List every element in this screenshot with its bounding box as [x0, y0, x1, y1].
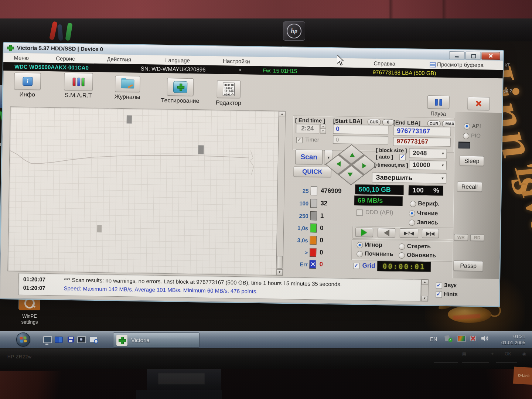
stat-row-3s: 3,0s 0: [289, 235, 359, 246]
info-button[interactable]: i Инфо: [4, 72, 51, 98]
verify-radio[interactable]: [410, 201, 416, 207]
winpe-settings-label-2: settings: [11, 319, 48, 325]
rd-button[interactable]: RD: [470, 234, 484, 241]
quick-button[interactable]: QUICK: [293, 166, 331, 177]
recall-button[interactable]: Recall: [457, 181, 482, 192]
desk-floor-left: [0, 371, 96, 399]
menu-item-settings[interactable]: Настройки: [223, 58, 250, 64]
wall-background: [0, 0, 532, 19]
play-button[interactable]: [355, 228, 373, 237]
maximize-button[interactable]: [465, 52, 481, 60]
end-cur-button[interactable]: CUR: [427, 120, 441, 127]
quicklaunch-save-icon[interactable]: [66, 334, 75, 345]
victoria-task-button[interactable]: Victoria: [113, 332, 200, 348]
stat-row-err: Err 0: [289, 259, 359, 270]
tray-display-icon[interactable]: [457, 335, 466, 342]
end-lba-field[interactable]: 976773167: [393, 126, 451, 136]
log-text: Speed: Maximum 142 MB/s. Average 101 MB/…: [64, 285, 258, 294]
graph-block: [198, 145, 204, 154]
start-cur-button[interactable]: CUR: [368, 119, 381, 126]
quicklaunch-desktop-icon[interactable]: [43, 334, 52, 345]
clock-date: 01.01.2005: [485, 340, 525, 346]
tray-safe-remove-icon[interactable]: [470, 336, 476, 341]
end-lba-field-2[interactable]: 976773167: [393, 137, 451, 147]
end-time-field[interactable]: 2:24: [296, 123, 319, 133]
victoria-task-icon: [116, 335, 127, 346]
stat-swatch: [310, 199, 317, 208]
scan-button[interactable]: Scan: [295, 149, 323, 164]
read-label: Чтение: [417, 210, 438, 217]
scroll-up-button[interactable]: ▲: [279, 111, 285, 117]
desk-area: D-Link: [0, 369, 532, 399]
testing-icon: [173, 81, 187, 93]
menu-item-menu[interactable]: Меню: [14, 54, 29, 61]
close-button[interactable]: [481, 52, 500, 60]
tray-usb-icon[interactable]: [445, 335, 450, 341]
erase-radio[interactable]: [399, 243, 405, 250]
stat-swatch: [310, 248, 316, 257]
editor-button[interactable]: 010110110011 1010000001 Редактор: [204, 80, 253, 107]
pio-radio[interactable]: [463, 133, 469, 139]
block-size-select[interactable]: 2048: [409, 148, 447, 158]
log-scrollbar[interactable]: ▲ ▼: [421, 279, 429, 301]
wr-button[interactable]: WR: [454, 234, 468, 241]
timeout-select[interactable]: 10000: [409, 160, 447, 170]
side-panel: API PIO Sleep Recall WR RD Passp: [452, 112, 502, 279]
passp-button[interactable]: Passp: [453, 260, 483, 271]
log-row: 01:20:07 Speed: Maximum 142 MB/s. Averag…: [19, 284, 421, 291]
grid-checkbox[interactable]: [353, 263, 359, 269]
victoria-app-icon: [7, 45, 13, 51]
timer-label: Timer: [305, 136, 319, 143]
ddd-checkbox[interactable]: [357, 209, 363, 216]
skip-error-button[interactable]: ▶?◀: [400, 228, 418, 238]
quicklaunch-explorer-icon[interactable]: [54, 334, 64, 345]
stat-swatch-err: [309, 260, 316, 269]
skip-button[interactable]: ▶|◀: [422, 229, 439, 238]
start-lba-field[interactable]: 0: [333, 124, 388, 134]
scroll-down-button[interactable]: ▼: [276, 269, 283, 275]
victoria-window: Victoria 5.37 HDD/SSD | Device 0 Меню Се…: [0, 42, 504, 307]
testing-button[interactable]: Тестирование: [152, 78, 208, 104]
write-radio[interactable]: [409, 219, 415, 226]
start-lba-field-2[interactable]: 0: [333, 135, 388, 144]
log-scroll-up-button[interactable]: ▲: [422, 280, 428, 285]
quicklaunch-media-icon[interactable]: [77, 334, 86, 345]
device-strip-close[interactable]: x: [239, 67, 242, 72]
read-radio[interactable]: [409, 210, 415, 216]
buffer-view-icon: [430, 62, 436, 67]
end-time-spinner[interactable]: ▲▼: [320, 124, 326, 134]
step-back-button[interactable]: [378, 228, 395, 238]
api-radio[interactable]: [464, 123, 470, 130]
smart-button[interactable]: S.M.A.R.T: [52, 72, 105, 99]
log-scroll-down-button[interactable]: ▼: [421, 296, 428, 301]
menu-item-service[interactable]: Сервис: [56, 55, 75, 62]
osd-ok-button: OK: [505, 351, 511, 357]
menu-item-buffer-view[interactable]: Просмотр буфера: [437, 61, 484, 68]
timer-checkbox[interactable]: [296, 137, 303, 143]
journals-button[interactable]: Журналы: [103, 75, 152, 100]
hints-checkbox[interactable]: [436, 291, 442, 297]
pause-icon: [427, 95, 450, 109]
minimize-button[interactable]: [449, 51, 464, 59]
monitor-bezel-top: hp: [0, 18, 532, 42]
sound-checkbox[interactable]: [436, 282, 442, 289]
tray-clock[interactable]: 01:21 01.01.2005: [485, 333, 525, 346]
start-zero-button[interactable]: 0: [382, 119, 394, 126]
sound-label: Звук: [444, 282, 457, 289]
quicklaunch-search-icon[interactable]: [89, 334, 98, 345]
end-lba-label: [End LBA]: [393, 119, 421, 126]
menu-item-help[interactable]: Справка: [374, 60, 395, 67]
refresh-label: Обновить: [407, 252, 436, 259]
log-time: 01:20:07: [23, 276, 45, 283]
sleep-button[interactable]: Sleep: [460, 156, 484, 166]
taskbar: Victoria EN 01:21 01.01.2005: [0, 331, 532, 348]
hard-drive: [136, 390, 222, 399]
start-button[interactable]: [16, 332, 30, 347]
pause-button[interactable]: Пауза: [418, 95, 459, 117]
scroll-thumb[interactable]: [277, 256, 283, 269]
finish-action-select[interactable]: Завершить: [372, 172, 446, 184]
menu-item-language[interactable]: Language: [165, 57, 190, 64]
auto-checkbox[interactable]: [399, 154, 406, 160]
language-indicator[interactable]: EN: [430, 336, 437, 342]
menu-item-actions[interactable]: Действия: [107, 56, 131, 62]
